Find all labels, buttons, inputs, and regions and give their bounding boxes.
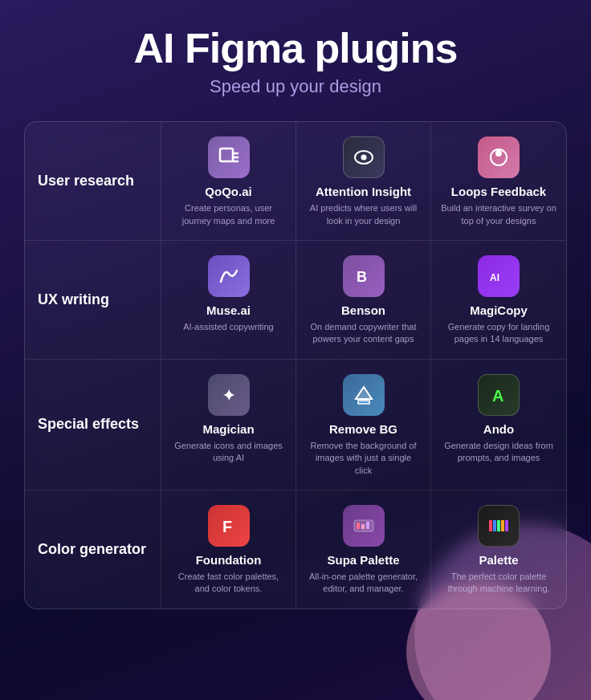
foundation-icon: F bbox=[208, 505, 250, 547]
ando-icon: A bbox=[478, 374, 520, 416]
svg-rect-16 bbox=[366, 522, 369, 529]
svg-point-5 bbox=[361, 155, 366, 161]
svg-rect-14 bbox=[357, 523, 360, 529]
qoqo-icon bbox=[208, 136, 250, 178]
ando-desc: Generate design ideas from prompts, and … bbox=[441, 440, 556, 465]
removebg-desc: Remove the background of images with jus… bbox=[306, 440, 421, 477]
foundation-desc: Create fast color palettes, and color to… bbox=[171, 571, 286, 596]
svg-rect-20 bbox=[501, 520, 504, 531]
row-label-0: User research bbox=[25, 122, 161, 240]
row-label-2: Special effects bbox=[25, 360, 161, 490]
plugin-cell-qoqo[interactable]: QoQo.aiCreate personas, user journey map… bbox=[161, 122, 296, 240]
magician-name: Magician bbox=[202, 422, 254, 436]
benson-name: Benson bbox=[341, 303, 385, 317]
svg-text:✦: ✦ bbox=[222, 385, 236, 405]
svg-point-7 bbox=[495, 150, 502, 157]
plugin-cell-palette[interactable]: PaletteThe perfect color palette through… bbox=[431, 490, 566, 608]
magician-desc: Generate icons and images using AI bbox=[171, 440, 286, 465]
removebg-icon bbox=[343, 374, 385, 416]
loops-name: Loops Feedback bbox=[451, 185, 546, 198]
grid-row-0: User researchQoQo.aiCreate personas, use… bbox=[25, 122, 566, 241]
loops-icon bbox=[478, 136, 520, 178]
qoqo-name: QoQo.ai bbox=[205, 185, 251, 198]
svg-rect-18 bbox=[493, 520, 496, 531]
magicopy-icon: AI bbox=[478, 255, 520, 297]
svg-text:A: A bbox=[492, 387, 503, 405]
palette-name: Palette bbox=[479, 553, 518, 567]
benson-desc: On demand copywriter that powers your co… bbox=[306, 321, 421, 346]
magician-icon: ✦ bbox=[208, 374, 250, 416]
grid-row-3: Color generatorFFoundationCreate fast co… bbox=[25, 490, 566, 608]
foundation-name: Foundation bbox=[196, 553, 262, 567]
grid-row-2: Special effects✦MagicianGenerate icons a… bbox=[25, 360, 566, 490]
magicopy-name: MagiCopy bbox=[470, 303, 528, 317]
svg-rect-19 bbox=[497, 520, 500, 531]
muse-desc: AI-assisted copywriting bbox=[183, 321, 274, 333]
svg-rect-17 bbox=[489, 520, 492, 531]
svg-text:F: F bbox=[222, 518, 232, 535]
svg-text:AI: AI bbox=[490, 272, 499, 283]
attention-desc: AI predicts where users will look in you… bbox=[306, 202, 421, 227]
plugin-cell-ando[interactable]: AAndoGenerate design ideas from prompts,… bbox=[431, 360, 566, 490]
row-label-3: Color generator bbox=[25, 490, 161, 608]
plugin-cell-supa[interactable]: Supa PaletteAll-in-one palette generator… bbox=[296, 490, 431, 608]
benson-icon: B bbox=[343, 255, 385, 297]
supa-icon bbox=[343, 505, 385, 547]
supa-desc: All-in-one palette generator, editor, an… bbox=[306, 571, 421, 596]
plugin-cell-muse[interactable]: Muse.aiAI-assisted copywriting bbox=[161, 241, 296, 359]
svg-text:B: B bbox=[357, 269, 367, 285]
magicopy-desc: Generate copy for landing pages in 14 la… bbox=[441, 321, 556, 346]
muse-name: Muse.ai bbox=[206, 303, 251, 317]
row-label-1: UX writing bbox=[25, 241, 161, 359]
svg-rect-0 bbox=[220, 149, 233, 161]
attention-icon bbox=[343, 136, 385, 178]
plugin-cell-magician[interactable]: ✦MagicianGenerate icons and images using… bbox=[161, 360, 296, 490]
plugin-cell-benson[interactable]: BBensonOn demand copywriter that powers … bbox=[296, 241, 431, 359]
qoqo-desc: Create personas, user journey maps and m… bbox=[171, 202, 286, 227]
supa-name: Supa Palette bbox=[327, 553, 399, 567]
palette-desc: The perfect color palette through machin… bbox=[441, 571, 556, 596]
ando-name: Ando bbox=[483, 422, 514, 436]
plugin-cell-loops[interactable]: Loops FeedbackBuild an interactive surve… bbox=[431, 122, 566, 240]
plugin-cell-magicopy[interactable]: AIMagiCopyGenerate copy for landing page… bbox=[431, 241, 566, 359]
svg-rect-15 bbox=[361, 524, 365, 529]
page-subtitle: Speed up your design bbox=[16, 76, 575, 97]
loops-desc: Build an interactive survey on top of yo… bbox=[441, 202, 556, 227]
plugin-cell-foundation[interactable]: FFoundationCreate fast color palettes, a… bbox=[161, 490, 296, 608]
muse-icon bbox=[208, 255, 250, 297]
plugins-grid: User researchQoQo.aiCreate personas, use… bbox=[24, 121, 567, 609]
plugin-cell-removebg[interactable]: Remove BGRemove the background of images… bbox=[296, 360, 431, 490]
page-title: AI Figma plugins bbox=[16, 26, 575, 71]
palette-icon bbox=[478, 505, 520, 547]
removebg-name: Remove BG bbox=[329, 422, 397, 436]
grid-row-1: UX writingMuse.aiAI-assisted copywriting… bbox=[25, 241, 566, 360]
header: AI Figma plugins Speed up your design bbox=[0, 0, 591, 113]
svg-rect-21 bbox=[505, 520, 508, 531]
plugin-cell-attention[interactable]: Attention InsightAI predicts where users… bbox=[296, 122, 431, 240]
attention-name: Attention Insight bbox=[316, 185, 411, 198]
